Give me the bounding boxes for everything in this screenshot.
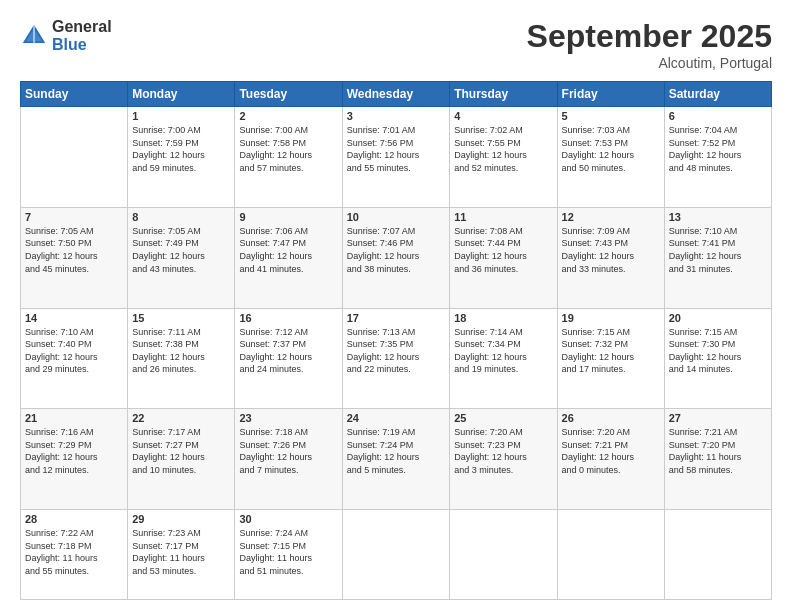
day-info: Sunrise: 7:15 AM Sunset: 7:30 PM Dayligh… (669, 326, 767, 376)
table-row: 9Sunrise: 7:06 AM Sunset: 7:47 PM Daylig… (235, 207, 342, 308)
day-number: 28 (25, 513, 123, 525)
table-row: 15Sunrise: 7:11 AM Sunset: 7:38 PM Dayli… (128, 308, 235, 409)
calendar-week-row: 7Sunrise: 7:05 AM Sunset: 7:50 PM Daylig… (21, 207, 772, 308)
day-info: Sunrise: 7:03 AM Sunset: 7:53 PM Dayligh… (562, 124, 660, 174)
col-saturday: Saturday (664, 82, 771, 107)
day-number: 23 (239, 412, 337, 424)
day-number: 17 (347, 312, 446, 324)
calendar-week-row: 21Sunrise: 7:16 AM Sunset: 7:29 PM Dayli… (21, 409, 772, 510)
table-row: 26Sunrise: 7:20 AM Sunset: 7:21 PM Dayli… (557, 409, 664, 510)
day-number: 18 (454, 312, 552, 324)
table-row (342, 510, 450, 600)
table-row: 17Sunrise: 7:13 AM Sunset: 7:35 PM Dayli… (342, 308, 450, 409)
logo: General Blue (20, 18, 112, 53)
table-row: 1Sunrise: 7:00 AM Sunset: 7:59 PM Daylig… (128, 107, 235, 208)
day-info: Sunrise: 7:24 AM Sunset: 7:15 PM Dayligh… (239, 527, 337, 577)
day-info: Sunrise: 7:09 AM Sunset: 7:43 PM Dayligh… (562, 225, 660, 275)
table-row: 21Sunrise: 7:16 AM Sunset: 7:29 PM Dayli… (21, 409, 128, 510)
calendar-week-row: 14Sunrise: 7:10 AM Sunset: 7:40 PM Dayli… (21, 308, 772, 409)
day-info: Sunrise: 7:07 AM Sunset: 7:46 PM Dayligh… (347, 225, 446, 275)
page-header: General Blue September 2025 Alcoutim, Po… (20, 18, 772, 71)
day-number: 10 (347, 211, 446, 223)
day-number: 20 (669, 312, 767, 324)
day-info: Sunrise: 7:05 AM Sunset: 7:50 PM Dayligh… (25, 225, 123, 275)
table-row: 11Sunrise: 7:08 AM Sunset: 7:44 PM Dayli… (450, 207, 557, 308)
table-row (21, 107, 128, 208)
day-number: 27 (669, 412, 767, 424)
day-info: Sunrise: 7:20 AM Sunset: 7:21 PM Dayligh… (562, 426, 660, 476)
table-row: 24Sunrise: 7:19 AM Sunset: 7:24 PM Dayli… (342, 409, 450, 510)
day-info: Sunrise: 7:20 AM Sunset: 7:23 PM Dayligh… (454, 426, 552, 476)
day-info: Sunrise: 7:12 AM Sunset: 7:37 PM Dayligh… (239, 326, 337, 376)
day-number: 13 (669, 211, 767, 223)
col-thursday: Thursday (450, 82, 557, 107)
day-info: Sunrise: 7:02 AM Sunset: 7:55 PM Dayligh… (454, 124, 552, 174)
col-friday: Friday (557, 82, 664, 107)
day-info: Sunrise: 7:13 AM Sunset: 7:35 PM Dayligh… (347, 326, 446, 376)
table-row (450, 510, 557, 600)
day-number: 19 (562, 312, 660, 324)
day-info: Sunrise: 7:10 AM Sunset: 7:41 PM Dayligh… (669, 225, 767, 275)
day-number: 15 (132, 312, 230, 324)
logo-blue: Blue (52, 36, 112, 54)
table-row: 10Sunrise: 7:07 AM Sunset: 7:46 PM Dayli… (342, 207, 450, 308)
day-info: Sunrise: 7:05 AM Sunset: 7:49 PM Dayligh… (132, 225, 230, 275)
day-info: Sunrise: 7:23 AM Sunset: 7:17 PM Dayligh… (132, 527, 230, 577)
day-info: Sunrise: 7:17 AM Sunset: 7:27 PM Dayligh… (132, 426, 230, 476)
day-info: Sunrise: 7:18 AM Sunset: 7:26 PM Dayligh… (239, 426, 337, 476)
calendar-week-row: 1Sunrise: 7:00 AM Sunset: 7:59 PM Daylig… (21, 107, 772, 208)
table-row (557, 510, 664, 600)
month-title: September 2025 (527, 18, 772, 55)
table-row: 6Sunrise: 7:04 AM Sunset: 7:52 PM Daylig… (664, 107, 771, 208)
day-number: 3 (347, 110, 446, 122)
table-row: 12Sunrise: 7:09 AM Sunset: 7:43 PM Dayli… (557, 207, 664, 308)
title-block: September 2025 Alcoutim, Portugal (527, 18, 772, 71)
table-row: 29Sunrise: 7:23 AM Sunset: 7:17 PM Dayli… (128, 510, 235, 600)
day-info: Sunrise: 7:19 AM Sunset: 7:24 PM Dayligh… (347, 426, 446, 476)
col-tuesday: Tuesday (235, 82, 342, 107)
day-number: 21 (25, 412, 123, 424)
day-number: 12 (562, 211, 660, 223)
table-row: 30Sunrise: 7:24 AM Sunset: 7:15 PM Dayli… (235, 510, 342, 600)
day-number: 8 (132, 211, 230, 223)
day-number: 2 (239, 110, 337, 122)
table-row: 27Sunrise: 7:21 AM Sunset: 7:20 PM Dayli… (664, 409, 771, 510)
table-row: 20Sunrise: 7:15 AM Sunset: 7:30 PM Dayli… (664, 308, 771, 409)
col-monday: Monday (128, 82, 235, 107)
table-row: 19Sunrise: 7:15 AM Sunset: 7:32 PM Dayli… (557, 308, 664, 409)
day-number: 11 (454, 211, 552, 223)
day-number: 6 (669, 110, 767, 122)
day-number: 16 (239, 312, 337, 324)
day-number: 29 (132, 513, 230, 525)
day-number: 25 (454, 412, 552, 424)
day-number: 7 (25, 211, 123, 223)
table-row: 14Sunrise: 7:10 AM Sunset: 7:40 PM Dayli… (21, 308, 128, 409)
day-info: Sunrise: 7:10 AM Sunset: 7:40 PM Dayligh… (25, 326, 123, 376)
day-info: Sunrise: 7:08 AM Sunset: 7:44 PM Dayligh… (454, 225, 552, 275)
day-info: Sunrise: 7:14 AM Sunset: 7:34 PM Dayligh… (454, 326, 552, 376)
col-sunday: Sunday (21, 82, 128, 107)
table-row: 8Sunrise: 7:05 AM Sunset: 7:49 PM Daylig… (128, 207, 235, 308)
day-info: Sunrise: 7:01 AM Sunset: 7:56 PM Dayligh… (347, 124, 446, 174)
day-info: Sunrise: 7:16 AM Sunset: 7:29 PM Dayligh… (25, 426, 123, 476)
day-info: Sunrise: 7:00 AM Sunset: 7:59 PM Dayligh… (132, 124, 230, 174)
table-row: 16Sunrise: 7:12 AM Sunset: 7:37 PM Dayli… (235, 308, 342, 409)
day-number: 1 (132, 110, 230, 122)
table-row: 25Sunrise: 7:20 AM Sunset: 7:23 PM Dayli… (450, 409, 557, 510)
col-wednesday: Wednesday (342, 82, 450, 107)
calendar-table: Sunday Monday Tuesday Wednesday Thursday… (20, 81, 772, 600)
logo-general: General (52, 18, 112, 36)
day-info: Sunrise: 7:06 AM Sunset: 7:47 PM Dayligh… (239, 225, 337, 275)
day-info: Sunrise: 7:04 AM Sunset: 7:52 PM Dayligh… (669, 124, 767, 174)
day-info: Sunrise: 7:21 AM Sunset: 7:20 PM Dayligh… (669, 426, 767, 476)
logo-icon (20, 22, 48, 50)
calendar-week-row: 28Sunrise: 7:22 AM Sunset: 7:18 PM Dayli… (21, 510, 772, 600)
day-number: 26 (562, 412, 660, 424)
table-row (664, 510, 771, 600)
day-number: 22 (132, 412, 230, 424)
calendar-header-row: Sunday Monday Tuesday Wednesday Thursday… (21, 82, 772, 107)
logo-text: General Blue (52, 18, 112, 53)
location: Alcoutim, Portugal (527, 55, 772, 71)
day-number: 9 (239, 211, 337, 223)
day-info: Sunrise: 7:11 AM Sunset: 7:38 PM Dayligh… (132, 326, 230, 376)
